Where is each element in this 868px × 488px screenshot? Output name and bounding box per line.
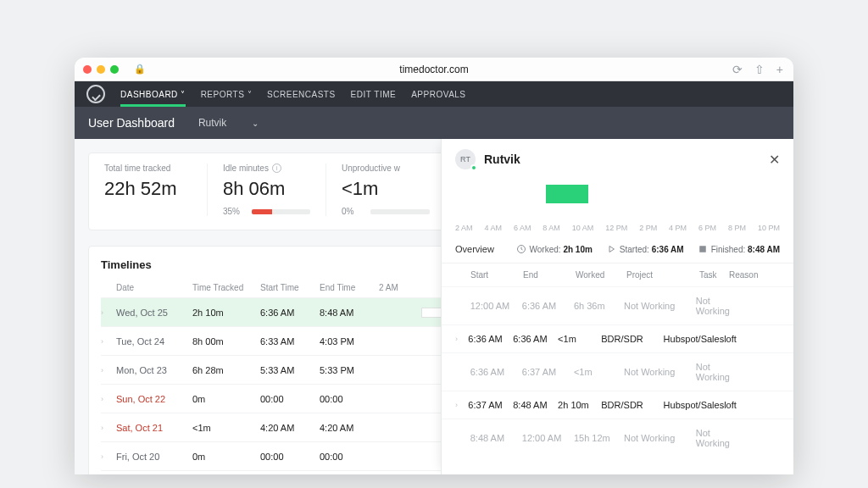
sub-header: User Dashboard Rutvik⌄ — [75, 107, 793, 139]
close-icon[interactable]: ✕ — [769, 152, 780, 168]
logo-icon[interactable] — [86, 85, 105, 103]
traffic-lights — [83, 65, 119, 74]
stat-card: Total time tracked 22h 52m — [89, 164, 208, 216]
browser-window: 🔒 timedoctor.com ⟳ ⇧ + DASHBOARD ˅ REPOR… — [75, 58, 793, 474]
user-selector[interactable]: Rutvik⌄ — [198, 117, 259, 129]
detail-axis: 2 AM4 AM6 AM8 AM10 AM12 PM2 PM4 PM6 PM8 … — [455, 224, 780, 232]
detail-row: 6:36 AM6:37 AM<1mNot WorkingNot Working — [442, 352, 793, 391]
stat-card: Unproductive w <1m0% — [326, 164, 445, 216]
page-title: User Dashboard — [88, 116, 175, 130]
nav-approvals[interactable]: APPROVALS — [411, 90, 465, 99]
detail-header: RT Rutvik ✕ — [442, 139, 793, 180]
nav-screencasts[interactable]: SCREENCASTS — [267, 90, 336, 99]
stat-card: Idle minutes i8h 06m35% — [208, 164, 326, 216]
main-nav: DASHBOARD ˅ REPORTS ˅ SCREENCASTS EDIT T… — [75, 81, 793, 107]
lock-icon: 🔒 — [134, 64, 146, 75]
close-window-icon[interactable] — [83, 65, 92, 74]
new-tab-icon[interactable]: + — [776, 63, 783, 76]
detail-row[interactable]: ›6:36 AM6:36 AM<1mBDR/SDRHubspot/Saleslo… — [442, 324, 793, 352]
url-display[interactable]: timedoctor.com — [399, 64, 468, 75]
detail-row: 12:00 AM6:36 AM6h 36mNot WorkingNot Work… — [442, 286, 793, 324]
avatar: RT — [455, 149, 476, 169]
share-icon[interactable]: ⇧ — [754, 63, 765, 76]
detail-summary: Overview Worked: 2h 10m Started: 6:36 AM… — [442, 239, 793, 263]
nav-reports[interactable]: REPORTS ˅ — [201, 90, 252, 99]
maximize-window-icon[interactable] — [110, 65, 119, 74]
detail-user-name: Rutvik — [484, 152, 520, 166]
detail-table-header: Start End Worked Project Task Reason — [442, 263, 793, 286]
detail-panel: RT Rutvik ✕ 2 AM4 AM6 AM8 AM10 AM12 PM2 … — [441, 139, 793, 474]
browser-toolbar: 🔒 timedoctor.com ⟳ ⇧ + — [75, 58, 793, 81]
minimize-window-icon[interactable] — [97, 65, 105, 74]
svg-rect-1 — [699, 246, 706, 252]
info-icon[interactable]: i — [272, 164, 281, 173]
worked-block — [546, 185, 588, 203]
detail-row: 8:48 AM12:00 AM15h 12mNot WorkingNot Wor… — [442, 419, 793, 457]
nav-edit-time[interactable]: EDIT TIME — [351, 90, 397, 99]
refresh-icon[interactable]: ⟳ — [732, 63, 743, 76]
detail-row[interactable]: ›6:37 AM8:48 AM2h 10mBDR/SDRHubspot/Sale… — [442, 391, 793, 419]
detail-timeline-chart — [455, 180, 780, 224]
nav-dashboard[interactable]: DASHBOARD ˅ — [120, 90, 186, 107]
